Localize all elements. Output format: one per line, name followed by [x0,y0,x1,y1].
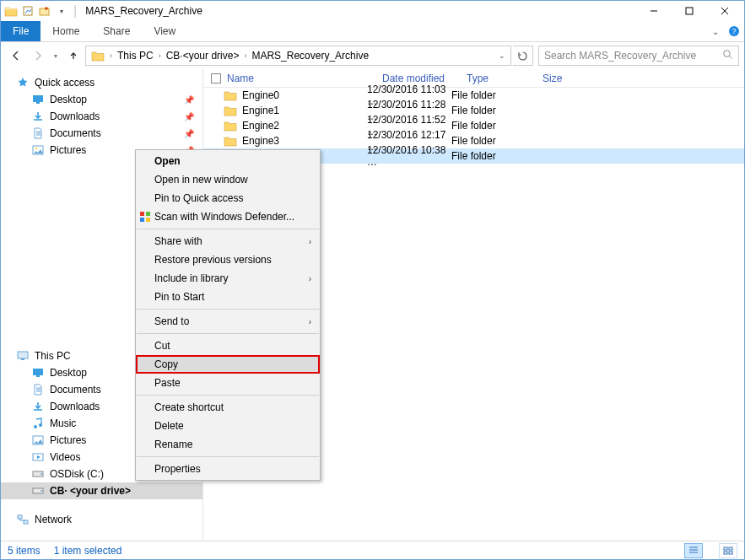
network-icon [16,513,30,526]
svg-rect-24 [724,547,727,550]
tree-label: Music [50,417,76,429]
chevron-right-icon: › [309,317,311,326]
menu-open[interactable]: Open [136,152,320,170]
menu-restore-versions[interactable]: Restore previous versions [136,250,320,269]
tree-downloads[interactable]: Downloads📌 [1,108,202,125]
status-item-count: 5 items [8,545,40,557]
qat-newfolder-icon[interactable] [38,4,51,18]
folder-icon [4,4,18,18]
window-title: MARS_Recovery_Archive [85,5,202,17]
chevron-right-icon[interactable]: › [110,51,112,60]
details-view-button[interactable] [684,543,703,558]
folder-icon [224,119,237,132]
breadcrumb-drive[interactable]: CB·<your drive> [163,50,243,62]
table-row[interactable]: Engine012/30/2016 11:03 …File folder [203,88,744,103]
breadcrumb-this-pc[interactable]: This PC [114,50,157,62]
folder-icon [224,134,237,148]
breadcrumb-root-icon [88,51,108,62]
svg-text:?: ? [732,27,736,35]
col-type[interactable]: Type [467,73,543,84]
address-bar[interactable]: › This PC › CB·<your drive> › MARS_Recov… [85,46,511,66]
menu-delete[interactable]: Delete [136,417,320,435]
column-headers: Name Date modified Type Size [203,69,744,88]
menu-separator [137,395,319,396]
tree-label: Documents [50,384,101,396]
menu-rename[interactable]: Rename [136,435,320,454]
col-name[interactable]: Name [224,73,382,84]
ribbon-expand-icon[interactable]: ⌄ [707,21,724,41]
table-row[interactable]: Engine312/30/2016 12:17 …File folder [203,133,744,148]
svg-rect-10 [18,352,28,358]
qat-properties-icon[interactable] [21,4,35,18]
col-date[interactable]: Date modified [382,73,467,84]
desktop-icon [31,93,45,106]
menu-share-with[interactable]: Share with› [136,232,320,250]
help-icon[interactable]: ? [724,21,744,41]
row-date: 12/30/2016 10:38 … [367,144,451,168]
close-button[interactable] [707,2,742,20]
menu-include-library[interactable]: Include in library› [136,269,320,288]
svg-rect-29 [146,212,150,216]
chevron-right-icon[interactable]: › [159,51,161,60]
col-size[interactable]: Size [543,73,593,84]
select-all-checkbox[interactable] [208,73,224,83]
menu-create-shortcut[interactable]: Create shortcut [136,398,320,417]
svg-rect-26 [724,552,727,554]
desktop-icon [31,366,45,380]
menu-copy[interactable]: Copy [136,355,320,374]
table-row[interactable]: Engine112/30/2016 11:28 …File folder [203,103,744,118]
breadcrumb-folder[interactable]: MARS_Recovery_Archive [248,50,372,62]
refresh-button[interactable] [513,46,533,66]
tree-label: CB· <your drive> [50,485,131,497]
tab-share[interactable]: Share [91,21,142,41]
svg-rect-7 [36,102,40,104]
maximize-button[interactable] [672,2,707,20]
ribbon: File Home Share View ⌄ ? [1,21,744,42]
row-type: File folder [451,120,527,132]
tab-home[interactable]: Home [40,21,91,41]
svg-rect-31 [146,218,150,222]
svg-rect-13 [36,375,40,377]
row-name: Engine2 [242,120,279,132]
chevron-right-icon[interactable]: › [244,51,246,60]
tree-quick-access[interactable]: Quick access [1,74,202,91]
tab-view[interactable]: View [142,21,187,41]
address-dropdown-icon[interactable]: ⌄ [495,51,509,60]
back-button[interactable] [6,46,26,66]
nav-row: ▾ › This PC › CB·<your drive> › MARS_Rec… [1,42,744,69]
tree-documents[interactable]: Documents📌 [1,125,202,142]
menu-cut[interactable]: Cut [136,337,320,355]
up-button[interactable] [63,46,84,66]
menu-properties[interactable]: Properties [136,460,320,478]
menu-paste[interactable]: Paste [136,374,320,392]
tree-network[interactable]: Network [1,511,202,528]
tree-tp-drive[interactable]: CB· <your drive> [1,482,202,499]
titlebar-divider: | [73,3,77,19]
forward-button[interactable] [28,46,48,66]
menu-pin-start[interactable]: Pin to Start [136,288,320,306]
table-row[interactable]: Engine212/30/2016 11:52 …File folder [203,118,744,133]
menu-scan-defender[interactable]: Scan with Windows Defender... [136,207,320,226]
menu-open-new-window[interactable]: Open in new window [136,170,320,189]
tab-file[interactable]: File [1,21,40,41]
documents-icon [31,127,45,140]
recent-dropdown[interactable]: ▾ [50,46,62,66]
tree-desktop[interactable]: Desktop📌 [1,91,202,108]
pin-icon: 📌 [184,95,194,105]
star-icon [16,76,30,89]
svg-rect-2 [686,8,693,14]
svg-rect-28 [140,212,144,216]
qat-dropdown-icon[interactable]: ▾ [55,4,68,18]
menu-pin-quick-access[interactable]: Pin to Quick access [136,189,320,207]
search-input[interactable]: Search MARS_Recovery_Archive [538,46,739,66]
chevron-right-icon: › [309,274,311,283]
minimize-button[interactable] [636,2,672,20]
svg-point-9 [35,148,38,150]
pictures-icon [31,143,45,157]
menu-send-to[interactable]: Send to› [136,312,320,331]
tree-label: Pictures [50,144,86,156]
icons-view-button[interactable] [719,543,737,558]
status-selected-count: 1 item selected [54,545,122,557]
downloads-icon [31,110,45,123]
menu-separator [137,309,319,310]
